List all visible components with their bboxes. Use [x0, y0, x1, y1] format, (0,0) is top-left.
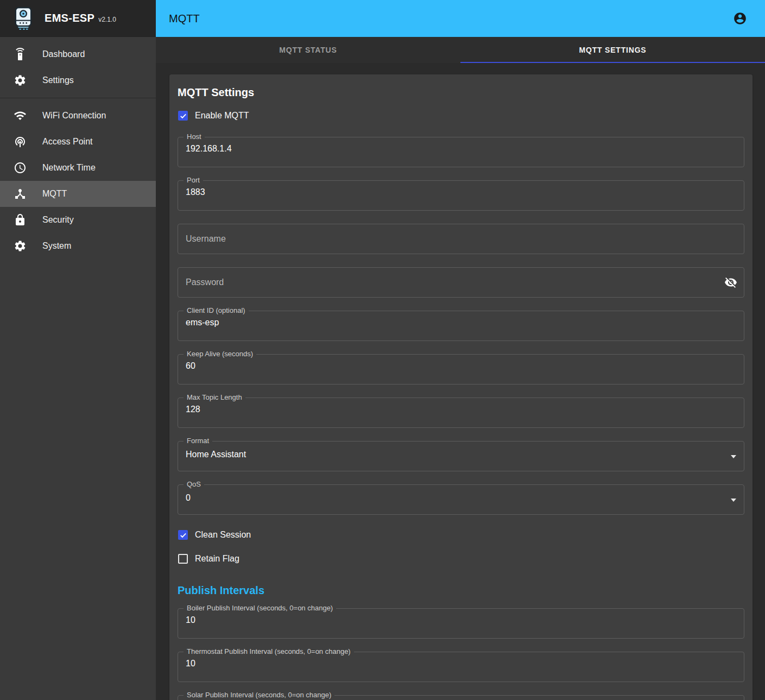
sidebar-item-settings[interactable]: Settings	[0, 67, 156, 93]
client-id-input[interactable]	[178, 311, 744, 340]
password-input[interactable]	[178, 268, 744, 297]
chevron-down-icon	[731, 499, 736, 502]
enable-mqtt-checkbox-row[interactable]: Enable MQTT	[178, 109, 744, 123]
keep-alive-input[interactable]	[178, 355, 744, 384]
format-select[interactable]: Format Home Assistant	[178, 441, 744, 471]
client-id-field: Client ID (optional)	[178, 311, 744, 341]
sidebar-item-mqtt[interactable]: MQTT	[0, 181, 156, 207]
wifi-icon	[14, 109, 27, 122]
sidebar-item-label: Security	[42, 215, 74, 225]
username-input[interactable]	[178, 224, 744, 254]
format-select-value: Home Assistant	[186, 450, 246, 459]
max-topic-length-field: Max Topic Length	[178, 398, 744, 428]
sidebar-item-label: Dashboard	[42, 49, 85, 59]
remote-icon	[14, 48, 27, 61]
qos-select[interactable]: QoS 0	[178, 484, 744, 515]
boiler-publish-interval-input[interactable]	[178, 609, 744, 638]
account-circle-icon[interactable]	[733, 11, 747, 26]
sidebar-item-label: Settings	[42, 75, 74, 85]
boiler-publish-interval-field: Boiler Publish Interval (seconds, 0=on c…	[178, 608, 744, 639]
sidebar-item-label: Access Point	[42, 137, 92, 147]
main-area: MQTT MQTT STATUS MQTT SETTINGS MQTT Sett…	[156, 0, 765, 700]
port-field: Port	[178, 180, 744, 211]
publish-intervals-heading: Publish Intervals	[178, 584, 744, 597]
lock-icon	[14, 213, 27, 226]
sidebar: EMS-ESP v2.1.0 Dashboard Settings WiFi C…	[0, 0, 156, 700]
tab-bar: MQTT STATUS MQTT SETTINGS	[156, 37, 765, 63]
port-input[interactable]	[178, 181, 744, 210]
gear-icon	[14, 239, 27, 253]
tab-mqtt-status[interactable]: MQTT STATUS	[156, 37, 460, 63]
retain-flag-checkbox-row[interactable]: Retain Flag	[178, 552, 744, 566]
sidebar-item-system[interactable]: System	[0, 233, 156, 259]
visibility-off-icon[interactable]	[724, 276, 737, 289]
sidebar-item-wifi-connection[interactable]: WiFi Connection	[0, 103, 156, 129]
content: MQTT Settings Enable MQTT Host Port User…	[156, 63, 765, 700]
gear-icon	[14, 74, 27, 87]
sidebar-item-access-point[interactable]: Access Point	[0, 129, 156, 155]
sidebar-item-network-time[interactable]: Network Time	[0, 155, 156, 181]
checkbox-checked-icon[interactable]	[178, 530, 188, 540]
boiler-logo-icon	[13, 7, 34, 30]
app-version: v2.1.0	[98, 16, 116, 23]
clean-session-label: Clean Session	[195, 530, 251, 540]
appbar: MQTT	[156, 0, 765, 37]
thermostat-publish-interval-input[interactable]	[178, 652, 744, 682]
format-select-label: Format	[184, 437, 212, 445]
sidebar-header: EMS-ESP v2.1.0	[0, 0, 156, 37]
checkbox-unchecked-icon[interactable]	[178, 554, 188, 564]
qos-select-label: QoS	[184, 480, 204, 489]
host-field: Host	[178, 137, 744, 167]
device-hub-icon	[14, 187, 27, 200]
enable-mqtt-label: Enable MQTT	[195, 111, 249, 121]
tab-mqtt-settings[interactable]: MQTT SETTINGS	[460, 37, 765, 63]
thermostat-publish-interval-field: Thermostat Publish Interval (seconds, 0=…	[178, 652, 744, 682]
sidebar-item-label: Network Time	[42, 163, 96, 173]
qos-select-value: 0	[186, 493, 191, 503]
mqtt-settings-card: MQTT Settings Enable MQTT Host Port User…	[169, 74, 753, 700]
access-point-icon	[14, 135, 27, 148]
card-heading: MQTT Settings	[178, 86, 744, 99]
solar-publish-interval-input[interactable]	[178, 696, 744, 700]
sidebar-item-label: WiFi Connection	[42, 111, 106, 121]
password-field: Password	[178, 267, 744, 298]
sidebar-item-label: System	[42, 241, 71, 251]
sidebar-item-dashboard[interactable]: Dashboard	[0, 41, 156, 67]
page-title: MQTT	[169, 12, 733, 25]
tab-indicator	[460, 62, 765, 63]
retain-flag-label: Retain Flag	[195, 554, 239, 564]
clean-session-checkbox-row[interactable]: Clean Session	[178, 528, 744, 542]
solar-publish-interval-field: Solar Publish Interval (seconds, 0=on ch…	[178, 695, 744, 700]
host-input[interactable]	[178, 137, 744, 167]
max-topic-length-input[interactable]	[178, 398, 744, 427]
checkbox-checked-icon[interactable]	[178, 111, 188, 121]
username-field: Username	[178, 224, 744, 254]
app-name: EMS-ESP	[45, 12, 94, 24]
sidebar-item-security[interactable]: Security	[0, 207, 156, 233]
keep-alive-field: Keep Alive (seconds)	[178, 354, 744, 384]
sidebar-item-label: MQTT	[42, 189, 67, 199]
clock-icon	[14, 161, 27, 174]
chevron-down-icon	[731, 455, 736, 458]
